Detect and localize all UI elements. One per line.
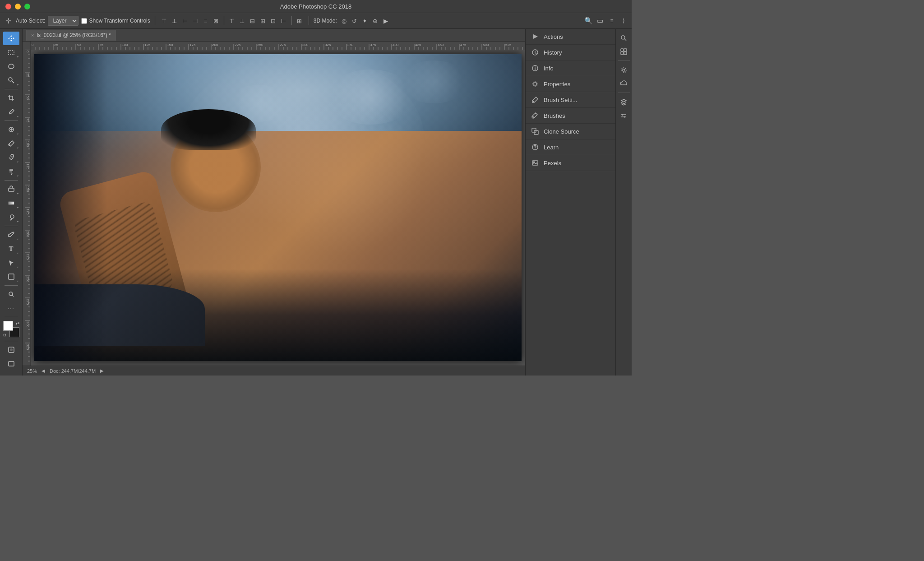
- panel-item-actions[interactable]: Actions: [526, 29, 615, 45]
- close-button[interactable]: [5, 4, 11, 9]
- panel-item-learn[interactable]: Learn: [526, 139, 615, 155]
- panel-item-brush-settings[interactable]: Brush Setti...: [526, 92, 615, 108]
- layer-dropdown[interactable]: Layer Group: [48, 16, 79, 26]
- tool-eyedropper[interactable]: ▾: [3, 105, 19, 119]
- tool-more[interactable]: ···: [3, 301, 19, 315]
- strip-separator-2: [618, 93, 630, 93]
- color-swatches[interactable]: ⇄ ⊡: [3, 321, 19, 337]
- tool-quick-mask[interactable]: [3, 343, 19, 357]
- svg-point-5: [11, 154, 14, 157]
- arrange-icon[interactable]: ▭: [596, 16, 605, 25]
- learn-label: Learn: [544, 144, 610, 151]
- tool-magic-wand[interactable]: ▾: [3, 74, 19, 87]
- align-hcenter-icon[interactable]: ≡: [201, 16, 210, 25]
- transform-controls-checkbox[interactable]: [81, 18, 87, 24]
- distribute-top-icon[interactable]: ⊤: [227, 16, 236, 25]
- document-tab[interactable]: × ls_0023.tif @ 25% (RGB/16*) *: [26, 30, 116, 41]
- ruler-horizontal: [31, 42, 525, 50]
- canvas-image[interactable]: [34, 54, 522, 361]
- 3d-scale-icon[interactable]: ▶: [381, 16, 390, 25]
- transform-controls-label[interactable]: Show Transform Controls: [81, 18, 150, 24]
- ruler-corner: [23, 42, 31, 50]
- align-left-icon[interactable]: ⊣: [191, 16, 200, 25]
- status-right-arrow[interactable]: ▶: [100, 368, 104, 373]
- swap-colors-icon[interactable]: ⇄: [16, 321, 19, 326]
- tool-move[interactable]: [3, 32, 19, 45]
- doc-info: Doc: 244.7M/244.7M: [50, 368, 96, 374]
- svg-marker-14: [533, 34, 538, 39]
- tab-close-button[interactable]: ×: [31, 32, 34, 38]
- panel-item-history[interactable]: History: [526, 45, 615, 60]
- panel-item-properties[interactable]: Properties: [526, 76, 615, 92]
- strip-cloud-icon[interactable]: [618, 77, 630, 90]
- align-vcenter-icon[interactable]: ⊥: [170, 16, 179, 25]
- 3d-icons: ◎ ↺ ✦ ⊕ ▶: [340, 16, 390, 25]
- foreground-color-swatch[interactable]: [3, 321, 13, 331]
- distribute-hcenter-icon[interactable]: ⊡: [269, 16, 278, 25]
- strip-arrange-icon[interactable]: [618, 45, 630, 58]
- tool-brush[interactable]: ▾: [3, 137, 19, 150]
- tool-pen[interactable]: ▾: [3, 228, 19, 241]
- svg-rect-6: [9, 188, 14, 191]
- tool-select-rect[interactable]: ▾: [3, 46, 19, 59]
- panel-item-brushes[interactable]: Brushes: [526, 108, 615, 124]
- tool-separator-2: [5, 121, 18, 121]
- tool-history-brush[interactable]: ▾: [3, 165, 19, 178]
- panel-item-info[interactable]: Info: [526, 60, 615, 76]
- panel-item-clone-source[interactable]: Clone Source: [526, 124, 615, 139]
- align-right-icon[interactable]: ⊠: [212, 16, 221, 25]
- tool-clone-stamp[interactable]: ▾: [3, 151, 19, 164]
- distribute-vcenter-icon[interactable]: ⊥: [238, 16, 247, 25]
- info-label: Info: [544, 65, 610, 72]
- move-tool-icon[interactable]: ✛: [4, 16, 13, 26]
- clone-source-label: Clone Source: [544, 128, 610, 135]
- svg-rect-13: [9, 362, 14, 366]
- canvas-with-ruler: [23, 50, 525, 366]
- tool-shape[interactable]: ▾: [3, 270, 19, 283]
- panel-item-pexels[interactable]: Pexels: [526, 155, 615, 171]
- svg-point-10: [9, 292, 13, 296]
- brush-settings-label: Brush Setti...: [544, 97, 610, 103]
- separator-1: [155, 16, 155, 25]
- search-icon-topbar[interactable]: 🔍: [584, 16, 593, 25]
- strip-settings-icon[interactable]: [618, 64, 630, 76]
- align-top-icon[interactable]: ⊤: [160, 16, 169, 25]
- tool-lasso[interactable]: [3, 60, 19, 73]
- actions-label: Actions: [544, 33, 610, 40]
- align-bottom-icon[interactable]: ⊢: [180, 16, 189, 25]
- canvas-container[interactable]: [31, 50, 525, 366]
- separator-4: [309, 16, 309, 25]
- tool-gradient[interactable]: ▾: [3, 196, 19, 210]
- tool-zoom[interactable]: [3, 287, 19, 301]
- maximize-button[interactable]: [24, 4, 30, 9]
- 3d-slide-icon[interactable]: ⊕: [371, 16, 380, 25]
- horizontal-ruler-canvas: [31, 42, 525, 50]
- distribute-left-icon[interactable]: ⊞: [259, 16, 268, 25]
- extra-icon[interactable]: ⊞: [295, 16, 304, 25]
- distribute-right-icon[interactable]: ⊢: [279, 16, 288, 25]
- minimize-button[interactable]: [15, 4, 21, 9]
- strip-adjustments-icon[interactable]: [618, 109, 630, 122]
- tool-type[interactable]: T ▾: [3, 242, 19, 255]
- status-left-arrow[interactable]: ◀: [42, 368, 45, 373]
- learn-icon: [531, 143, 539, 151]
- tool-eraser[interactable]: ▾: [3, 182, 19, 196]
- tool-path-select[interactable]: ▾: [3, 256, 19, 269]
- brush-settings-icon: [531, 96, 539, 104]
- workspace-icon[interactable]: ≡: [607, 16, 616, 25]
- 3d-rotate-icon[interactable]: ◎: [340, 16, 349, 25]
- distribute-bottom-icon[interactable]: ⊟: [248, 16, 257, 25]
- 3d-roll-icon[interactable]: ↺: [350, 16, 359, 25]
- properties-icon: [531, 80, 539, 88]
- strip-layers-icon[interactable]: [618, 96, 630, 108]
- separator-3: [291, 16, 292, 25]
- photo-shadow-left: [34, 54, 107, 361]
- tool-heal[interactable]: ▾: [3, 123, 19, 136]
- expand-icon[interactable]: ⟩: [619, 16, 628, 25]
- strip-search-icon[interactable]: [618, 32, 630, 44]
- reset-colors-icon[interactable]: ⊡: [3, 333, 6, 337]
- tool-dodge[interactable]: ▾: [3, 210, 19, 224]
- 3d-pan-icon[interactable]: ✦: [360, 16, 370, 25]
- tool-screen-mode[interactable]: [3, 357, 19, 371]
- tool-crop[interactable]: [3, 91, 19, 105]
